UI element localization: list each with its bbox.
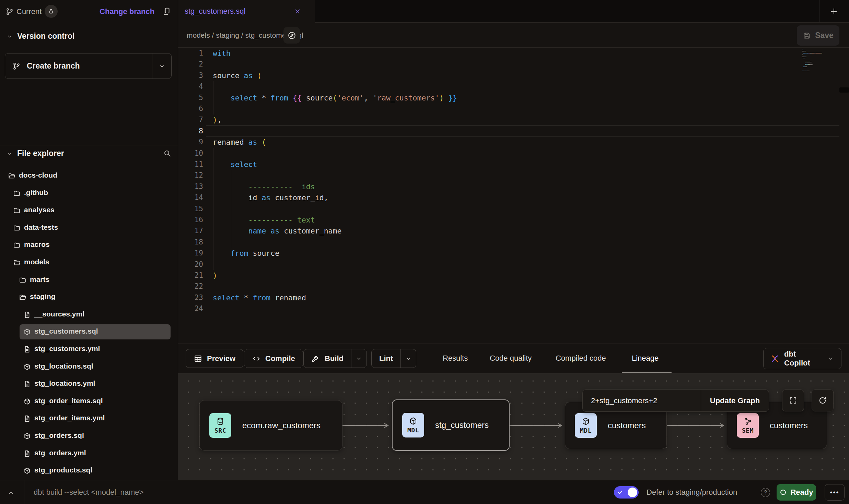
line-number: 23 — [178, 292, 203, 303]
compass-icon[interactable] — [283, 27, 300, 44]
help-icon[interactable]: ? — [761, 488, 770, 497]
code-line: id as customer_id, — [213, 192, 328, 203]
refresh-button[interactable] — [812, 389, 834, 411]
version-control-chevron-icon[interactable] — [6, 33, 13, 40]
update-graph-button[interactable]: Update Graph — [701, 390, 769, 411]
panel-tab-code-quality[interactable]: Code quality — [490, 344, 532, 373]
code-line: ) — [213, 270, 217, 281]
divider — [0, 145, 178, 145]
ready-status-button[interactable]: Ready — [777, 484, 816, 501]
check-icon — [617, 489, 623, 495]
toggle-knob — [628, 488, 637, 497]
copilot-label: dbt Copilot — [784, 350, 821, 368]
tree-item-stg-order-items-yml[interactable]: stg_order_items.yml — [0, 411, 178, 426]
new-tab-button[interactable] — [825, 3, 843, 19]
tree-item-stg-orders-sql[interactable]: stg_orders.sql — [0, 429, 178, 444]
tree-item-stg-locations-yml[interactable]: stg_locations.yml — [0, 376, 178, 392]
cube-icon — [23, 398, 31, 405]
badge-label: MDL — [407, 427, 419, 434]
tree-item-label: macros — [24, 240, 50, 249]
scrollbar-marker[interactable] — [839, 87, 849, 93]
line-number: 3 — [178, 70, 203, 81]
tree-item-stg-orders-yml[interactable]: stg_orders.yml — [0, 446, 178, 461]
fullscreen-button[interactable] — [782, 389, 804, 411]
code-icon — [252, 354, 261, 363]
compile-button[interactable]: Compile — [244, 349, 303, 368]
lineage-canvas[interactable]: SRCecom.raw_customersMDLstg_customersMDL… — [178, 373, 849, 480]
panel-tab-compiled-code[interactable]: Compiled code — [556, 344, 606, 373]
lineage-selector-input[interactable]: 2+stg_customers+2 — [583, 390, 701, 411]
line-number: 2 — [178, 59, 203, 70]
tree-item-label: models — [24, 258, 49, 266]
minimap-line — [803, 59, 805, 59]
more-options-button[interactable]: ••• — [825, 484, 845, 501]
line-number: 5 — [178, 92, 203, 104]
cube-icon — [409, 417, 418, 425]
tree-item-label: stg_locations.sql — [34, 362, 93, 370]
minimap-line — [810, 53, 812, 53]
tree-item-label: stg_orders.yml — [34, 449, 86, 457]
tree-item-marts[interactable]: marts — [0, 273, 178, 288]
sem-icon — [743, 417, 752, 426]
tree-item-staging[interactable]: staging — [0, 290, 178, 305]
tree-item-analyses[interactable]: analyses — [0, 203, 178, 218]
create-branch-dropdown[interactable] — [152, 53, 171, 79]
node-badge-mdl: MDL — [402, 413, 424, 437]
minimap-line — [802, 71, 804, 71]
lint-dropdown[interactable] — [400, 349, 416, 368]
tree-item-macros[interactable]: macros — [0, 238, 178, 253]
defer-toggle[interactable] — [614, 486, 639, 499]
tree-item--github[interactable]: .github — [0, 186, 178, 201]
close-icon[interactable] — [292, 6, 303, 16]
tree-item-stg-products-sql[interactable]: stg_products.sql — [0, 463, 178, 478]
tree-item-label: staging — [30, 292, 56, 301]
line-number: 15 — [178, 203, 203, 215]
node-badge-src: SRC — [209, 413, 231, 438]
dbt-copilot-button[interactable]: dbt Copilot — [763, 348, 841, 369]
lint-button[interactable]: Lint — [371, 349, 416, 368]
version-control-title: Version control — [17, 32, 74, 41]
copy-icon[interactable] — [162, 7, 171, 16]
file-icon — [23, 380, 31, 388]
tree-item-stg-customers-yml[interactable]: stg_customers.yml — [0, 342, 178, 357]
minimap-line — [822, 53, 822, 53]
tree-item-models[interactable]: models — [0, 255, 178, 270]
lint-label: Lint — [379, 354, 393, 363]
chevron-up-icon[interactable] — [5, 487, 17, 499]
minimap[interactable] — [802, 49, 840, 80]
lineage-node-stg-customers[interactable]: MDLstg_customers — [392, 399, 510, 451]
save-button[interactable]: Save — [797, 25, 839, 46]
search-icon[interactable] — [163, 149, 172, 158]
create-branch-label: Create branch — [27, 61, 80, 71]
tree-item-stg-locations-sql[interactable]: stg_locations.sql — [0, 359, 178, 374]
tree-item--sources-yml[interactable]: __sources.yml — [0, 307, 178, 322]
folder-icon — [19, 276, 26, 284]
change-branch-link[interactable]: Change branch — [100, 7, 154, 16]
minimap-line — [808, 64, 813, 65]
folder-icon — [13, 190, 21, 197]
line-number: 11 — [178, 159, 203, 170]
line-number: 10 — [178, 148, 203, 159]
panel-tab-results[interactable]: Results — [443, 344, 468, 373]
build-button[interactable]: Build — [303, 349, 367, 368]
file-explorer-chevron-icon[interactable] — [6, 150, 13, 157]
minimap-line — [815, 53, 821, 53]
panel-action-bar: Preview Compile Build Lint ResultsCode q… — [178, 344, 849, 373]
tree-item-stg-customers-sql[interactable]: stg_customers.sql — [0, 324, 178, 339]
node-label: customers — [608, 421, 646, 430]
line-number: 13 — [178, 181, 203, 192]
command-input[interactable]: dbt build --select <model_name> — [34, 480, 143, 504]
lineage-node-ecom-raw-customers[interactable]: SRCecom.raw_customers — [199, 400, 342, 451]
build-dropdown[interactable] — [351, 349, 367, 368]
minimap-line — [807, 71, 810, 71]
cube-icon — [581, 417, 590, 426]
create-branch-button[interactable]: Create branch — [5, 53, 172, 79]
code-editor[interactable]: 1with23source as (45 select * from {{ so… — [178, 48, 849, 344]
tab-stg-customers[interactable]: stg_customers.sql — [178, 0, 315, 23]
preview-button[interactable]: Preview — [186, 349, 243, 368]
tree-item-stg-order-items-sql[interactable]: stg_order_items.sql — [0, 394, 178, 409]
tree-item-docs-cloud[interactable]: docs-cloud — [0, 168, 178, 183]
tree-item-data-tests[interactable]: data-tests — [0, 220, 178, 236]
copilot-icon — [770, 354, 779, 363]
panel-tab-lineage[interactable]: Lineage — [632, 344, 659, 373]
